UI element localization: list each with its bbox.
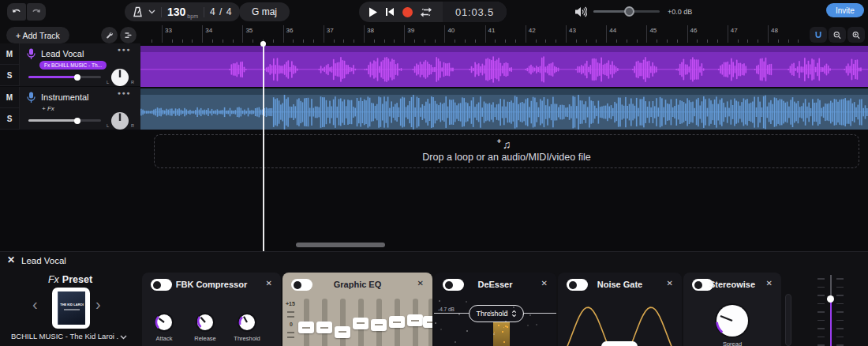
key-selector[interactable]: G maj [239, 2, 290, 21]
eq-band-slider[interactable] [298, 322, 314, 333]
time-display[interactable]: 01:03.5 [443, 2, 507, 22]
zoom-out-button[interactable] [829, 27, 846, 43]
preset-artwork[interactable]: THE KID LAROI [52, 288, 90, 329]
pan-left-label: L [107, 80, 109, 85]
zoom-in-button[interactable] [847, 27, 865, 43]
track2-volume-slider[interactable] [28, 119, 101, 122]
playhead-marker[interactable] [260, 41, 266, 47]
ruler-bar-label: 41 [488, 27, 496, 34]
ruler-bar-label: 47 [731, 27, 738, 34]
track1-header[interactable]: Lead Vocal ●●● Fx BCHILL MUSIC - Th... L… [20, 43, 140, 87]
eq-band-slider[interactable] [423, 316, 432, 328]
invite-button[interactable]: Invite [826, 3, 864, 17]
ruler-bar-tick [728, 25, 728, 43]
eq-band-slider[interactable] [407, 314, 423, 326]
particle-dot [507, 326, 508, 328]
track2-pan-knob[interactable] [110, 111, 130, 131]
ruler-minor-tick [212, 39, 213, 43]
panel-track-title: Lead Vocal [21, 256, 66, 265]
preset-next-button[interactable]: › [95, 296, 101, 312]
redo-button[interactable] [27, 3, 46, 21]
track1-audio-clip[interactable] [140, 52, 868, 87]
sparkle-dot [522, 314, 524, 315]
play-button[interactable] [369, 7, 377, 17]
ruler-bar-label: 43 [569, 27, 576, 34]
particle-dot [503, 327, 504, 328]
stereowise-close-button[interactable]: ✕ [766, 279, 773, 288]
fader-tick [836, 344, 844, 346]
threshold-knob[interactable] [237, 312, 257, 333]
compressor-close-button[interactable]: ✕ [266, 279, 272, 288]
track2-header[interactable]: Instrumental ●●● + Fx L R [20, 87, 140, 130]
track2-menu-button[interactable]: ●●● [118, 90, 131, 96]
ruler-minor-tick [233, 39, 234, 43]
ruler-bar-tick [768, 25, 769, 43]
fx-card-compressor: FBK Compressor ✕ Attack Release Threshol… [142, 273, 281, 346]
ruler-minor-tick [677, 39, 678, 43]
ruler-minor-tick [253, 39, 253, 43]
spread-knob[interactable] [714, 303, 750, 339]
tools-button[interactable] [101, 27, 118, 43]
track2-clip-header[interactable] [140, 88, 868, 95]
track1-mute-button[interactable]: M [0, 43, 20, 65]
track1-name: Lead Vocal [41, 49, 84, 58]
zoom-out-icon [833, 30, 841, 40]
track1-solo-button[interactable]: S [0, 65, 20, 86]
output-fader-thumb[interactable] [827, 295, 834, 303]
record-button[interactable] [402, 7, 413, 17]
ruler-bar-label: 44 [609, 27, 616, 34]
eq-band-track[interactable] [340, 299, 346, 346]
time-signature[interactable]: 4 / 4 [210, 6, 232, 17]
eq-close-button[interactable]: ✕ [417, 279, 424, 288]
tempo-settings[interactable]: 130 bpm 4 / 4 [125, 2, 240, 21]
eq-band-slider[interactable] [371, 319, 387, 331]
sparkle-dot [529, 314, 531, 316]
master-db-label: +0.0 dB [668, 8, 692, 16]
eq-band-slider[interactable] [353, 318, 369, 329]
track2-mute-button[interactable]: M [0, 87, 20, 108]
music-note-plus-icon: +♫ [503, 140, 511, 149]
fx-rack-scrollbar[interactable] [785, 294, 791, 346]
tempo-display[interactable]: 130 bpm [167, 6, 198, 18]
speaker-icon[interactable] [575, 6, 587, 17]
eq-band-slider[interactable] [335, 326, 350, 338]
file-drop-zone[interactable]: +♫ Drop a loop or an audio/MIDI/video fi… [154, 134, 859, 168]
track1-clip-header[interactable] [140, 46, 868, 52]
undo-button[interactable] [7, 3, 26, 21]
fader-tick [817, 295, 825, 296]
attack-knob[interactable] [154, 312, 174, 333]
chevron-down-icon[interactable] [120, 335, 127, 340]
eq-band-slider[interactable] [316, 322, 332, 333]
preset-dropdown[interactable]: BCHILL MUSIC - The Kid Laroi ... [11, 332, 118, 340]
noise-gate-close-button[interactable]: ✕ [667, 279, 673, 288]
horizontal-scrollbar[interactable] [296, 243, 385, 247]
track1-pan-knob[interactable] [110, 67, 130, 88]
snap-button[interactable] [810, 27, 827, 43]
track2-fx-button[interactable]: + Fx [42, 105, 54, 112]
noise-gate-control-button[interactable] [601, 341, 638, 346]
eq-band-slider[interactable] [389, 316, 405, 328]
deesser-close-button[interactable]: ✕ [541, 279, 548, 288]
track2-audio-clip[interactable] [140, 95, 868, 130]
skip-to-start-button[interactable] [385, 7, 395, 17]
track1-fx-badge[interactable]: Fx BCHILL MUSIC - Th... [39, 61, 107, 70]
piano-roll-button[interactable] [120, 27, 137, 43]
fader-tick [836, 320, 844, 322]
ruler-minor-tick [223, 39, 223, 43]
track1-volume-slider[interactable] [28, 76, 101, 78]
timeline-ruler[interactable]: 33343536373839404142434445464748 [140, 24, 868, 43]
track1-menu-button[interactable]: ●●● [118, 47, 131, 52]
loop-button[interactable] [421, 7, 432, 17]
release-knob[interactable] [195, 312, 215, 333]
track2-solo-button[interactable]: S [0, 108, 20, 130]
key-label: G maj [252, 6, 277, 17]
master-volume-thumb[interactable] [624, 6, 634, 17]
preset-prev-button[interactable]: ‹ [32, 296, 38, 312]
sparkle-dot [466, 330, 468, 332]
fader-tick [817, 303, 825, 305]
playhead-line[interactable] [263, 44, 264, 251]
divider [204, 7, 204, 17]
close-panel-button[interactable]: ✕ [7, 254, 15, 265]
add-track-button[interactable]: + Add Track [6, 27, 69, 43]
deesser-threshold-selector[interactable]: Threshold [469, 305, 524, 322]
